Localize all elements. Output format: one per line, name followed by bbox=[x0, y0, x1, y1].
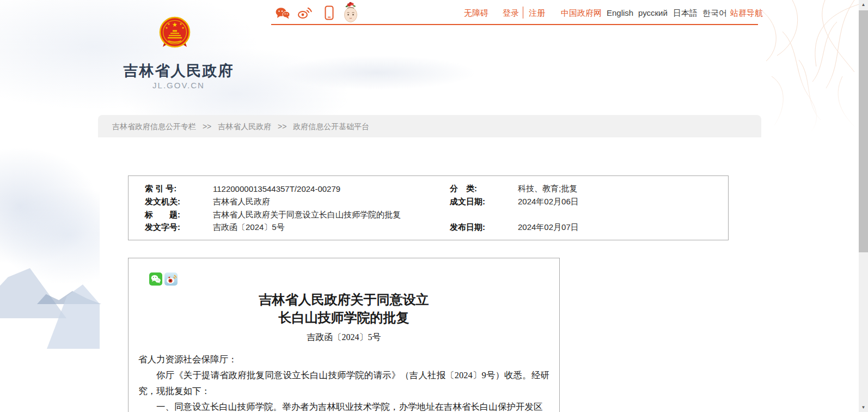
document-paragraph: 一、同意设立长白山技师学院。举办者为吉林职业技术学院，办学地址在吉林省长白山保护… bbox=[138, 399, 549, 412]
accessibility-link[interactable]: 无障碍 bbox=[464, 8, 488, 19]
mountain-shape bbox=[0, 268, 66, 318]
meta-date-written-value: 2024年02月06日 bbox=[518, 197, 723, 207]
meta-category-label: 分 类: bbox=[450, 184, 518, 194]
mountain-shape bbox=[47, 284, 100, 349]
meta-doc-no-label: 发文字号: bbox=[145, 222, 213, 233]
lang-japanese-link[interactable]: 日本語 bbox=[673, 8, 698, 19]
gov-cn-link[interactable]: 中国政府网 bbox=[561, 8, 602, 19]
lang-russian-link[interactable]: русский bbox=[638, 8, 668, 17]
breadcrumb: 吉林省政府信息公开专栏 >> 吉林省人民政府 >> 政府信息公开基础平台 bbox=[98, 115, 761, 137]
svg-text:★: ★ bbox=[166, 26, 168, 29]
login-link[interactable]: 登录 bbox=[503, 8, 519, 19]
scrollbar-up-arrow[interactable]: ▲ bbox=[859, 0, 868, 9]
site-logo[interactable]: ★ ★ ★ ★ ★ 吉林省人民政府 JL.GOV.CN bbox=[99, 16, 258, 95]
meta-category-value: 科技、教育;批复 bbox=[518, 184, 723, 194]
document-title-line1: 吉林省人民政府关于同意设立 bbox=[129, 291, 559, 309]
meta-issuer-label: 发文机关: bbox=[145, 197, 213, 207]
mascot-icon[interactable] bbox=[343, 2, 359, 26]
topbar-underline bbox=[271, 24, 758, 25]
meta-date-published-label: 发布日期: bbox=[450, 222, 518, 233]
breadcrumb-item-government[interactable]: 吉林省人民政府 bbox=[218, 122, 271, 131]
national-emblem-icon: ★ ★ ★ ★ ★ bbox=[157, 16, 192, 52]
meta-issuer-value: 吉林省人民政府 bbox=[213, 197, 450, 207]
topbar-divider bbox=[523, 7, 523, 19]
scrollbar-thumb[interactable] bbox=[859, 10, 868, 252]
breadcrumb-item-platform: 政府信息公开基础平台 bbox=[293, 122, 369, 131]
site-domain: JL.GOV.CN bbox=[99, 81, 258, 90]
document-body: 省人力资源社会保障厅： 你厅《关于提请省政府批复同意设立长白山技师学院的请示》（… bbox=[138, 352, 549, 412]
site-nav-link[interactable]: 站群导航 bbox=[730, 8, 763, 19]
document-paragraph: 你厅《关于提请省政府批复同意设立长白山技师学院的请示》（吉人社报〔2024〕9号… bbox=[138, 367, 549, 399]
share-weibo-icon[interactable] bbox=[164, 272, 178, 286]
meta-date-published-value: 2024年02月07日 bbox=[518, 222, 723, 233]
breadcrumb-separator: >> bbox=[203, 122, 211, 131]
document-content-box: 吉林省人民政府关于同意设立 长白山技师学院的批复 吉政函〔2024〕5号 省人力… bbox=[128, 258, 560, 412]
scrollbar-down-arrow[interactable]: ▼ bbox=[859, 403, 868, 412]
site-name: 吉林省人民政府 bbox=[99, 61, 258, 81]
mountain-ridge-shape bbox=[37, 290, 101, 304]
meta-date-written-label: 成文日期: bbox=[450, 197, 518, 207]
breadcrumb-item-info-disclosure[interactable]: 吉林省政府信息公开专栏 bbox=[112, 122, 196, 131]
meta-doc-no-value: 吉政函〔2024〕5号 bbox=[213, 222, 450, 233]
wechat-icon[interactable] bbox=[275, 7, 290, 22]
document-title-line2: 长白山技师学院的批复 bbox=[129, 309, 559, 327]
meta-index-label: 索 引 号: bbox=[145, 184, 213, 194]
meta-index-value: 11220000013544357T/2024-00279 bbox=[213, 184, 450, 193]
meta-title-label: 标 题: bbox=[145, 210, 213, 220]
breadcrumb-separator: >> bbox=[278, 122, 286, 131]
document-paragraph: 省人力资源社会保障厅： bbox=[138, 352, 549, 367]
vertical-scrollbar[interactable]: ▲ ▼ bbox=[859, 0, 868, 412]
watercolor-background-left bbox=[0, 98, 100, 294]
svg-text:★: ★ bbox=[172, 21, 178, 28]
share-wechat-icon[interactable] bbox=[149, 272, 162, 286]
meta-title-value: 吉林省人民政府关于同意设立长白山技师学院的批复 bbox=[213, 210, 450, 220]
svg-text:★: ★ bbox=[180, 22, 182, 26]
lang-korean-link[interactable]: 한국어 bbox=[702, 8, 727, 19]
lang-english-link[interactable]: English bbox=[607, 8, 633, 17]
document-title: 吉林省人民政府关于同意设立 长白山技师学院的批复 bbox=[129, 291, 559, 327]
svg-text:★: ★ bbox=[168, 22, 170, 26]
document-meta-table: 索 引 号: 11220000013544357T/2024-00279 分 类… bbox=[128, 175, 729, 240]
document-number: 吉政函〔2024〕5号 bbox=[129, 332, 559, 343]
register-link[interactable]: 注册 bbox=[529, 8, 545, 19]
mobile-icon[interactable] bbox=[325, 5, 334, 22]
svg-text:★: ★ bbox=[182, 26, 185, 29]
share-buttons bbox=[149, 272, 559, 286]
weibo-icon[interactable] bbox=[297, 7, 313, 22]
